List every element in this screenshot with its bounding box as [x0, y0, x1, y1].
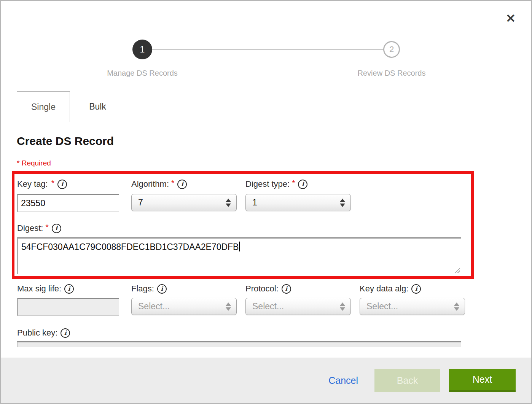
algorithm-select-value: 7 — [138, 197, 143, 208]
stepper-step-2-label: Review DS Records — [331, 69, 452, 78]
digest-label: Digest: * i — [17, 223, 61, 233]
public-key-textarea[interactable] — [17, 341, 461, 347]
close-icon[interactable]: ✕ — [502, 10, 519, 27]
next-button[interactable]: Next — [449, 369, 516, 392]
protocol-select-value: Select... — [252, 301, 284, 312]
max-sig-life-label: Max sig life: i — [17, 284, 74, 294]
protocol-select[interactable]: Select... — [245, 298, 351, 315]
select-arrows-icon — [226, 302, 231, 311]
protocol-label-text: Protocol: — [245, 284, 279, 294]
stepper-step-2-circle: 2 — [383, 41, 400, 58]
key-tag-label: Key tag: * i — [17, 179, 67, 189]
required-asterisk: * — [171, 178, 174, 188]
protocol-label: Protocol: i — [245, 284, 291, 294]
tab-single[interactable]: Single — [17, 91, 70, 122]
key-tag-label-text: Key tag: — [17, 179, 48, 189]
digest-label-text: Digest: — [17, 223, 43, 233]
algorithm-select[interactable]: 7 — [131, 194, 237, 211]
digest-textarea[interactable]: 54FCF030AA1C79C0088FDEC1BD1C37DAA2E70DFB — [17, 237, 461, 274]
key-data-alg-select[interactable]: Select... — [360, 298, 465, 315]
tab-divider — [70, 122, 499, 122]
stepper-step-1-circle: 1 — [132, 40, 152, 59]
create-ds-record-dialog: ✕ 1 2 Manage DS Records Review DS Record… — [0, 0, 532, 404]
flags-select-value: Select... — [138, 301, 170, 312]
stepper-connector-line — [142, 49, 392, 50]
select-arrows-icon — [340, 302, 345, 311]
required-asterisk: * — [51, 178, 54, 188]
algorithm-label: Algorithm: * i — [131, 179, 187, 189]
resize-grip-icon[interactable] — [454, 267, 460, 273]
digest-type-label: Digest type: * i — [245, 179, 307, 189]
algorithm-label-text: Algorithm: — [131, 179, 169, 189]
key-tag-input[interactable] — [17, 194, 119, 212]
info-icon[interactable]: i — [61, 328, 70, 338]
digest-textarea-value: 54FCF030AA1C79C0088FDEC1BD1C37DAA2E70DFB — [21, 242, 239, 252]
info-icon[interactable]: i — [282, 284, 291, 294]
flags-select[interactable]: Select... — [131, 298, 237, 315]
max-sig-life-input[interactable] — [17, 298, 119, 316]
cancel-link[interactable]: Cancel — [328, 375, 358, 386]
key-data-alg-label: Key data alg: i — [360, 284, 421, 294]
max-sig-life-label-text: Max sig life: — [17, 284, 61, 294]
info-icon[interactable]: i — [57, 180, 67, 189]
info-icon[interactable]: i — [177, 180, 187, 189]
public-key-label: Public key: i — [17, 328, 70, 338]
select-arrows-icon — [454, 302, 459, 311]
stepper-step-1-label: Manage DS Records — [81, 69, 203, 78]
text-caret — [239, 242, 240, 251]
digest-type-select-value: 1 — [252, 197, 257, 208]
back-button[interactable]: Back — [374, 369, 440, 392]
public-key-label-text: Public key: — [17, 328, 57, 338]
flags-label: Flags: i — [131, 284, 167, 294]
info-icon[interactable]: i — [157, 284, 167, 294]
info-icon[interactable]: i — [411, 284, 421, 294]
info-icon[interactable]: i — [298, 180, 307, 189]
info-icon[interactable]: i — [52, 224, 61, 233]
digest-type-label-text: Digest type: — [245, 179, 290, 189]
info-icon[interactable]: i — [64, 284, 74, 294]
select-arrows-icon — [226, 199, 231, 207]
digest-type-select[interactable]: 1 — [245, 194, 351, 211]
key-data-alg-select-value: Select... — [366, 301, 398, 312]
page-title: Create DS Record — [17, 135, 114, 148]
tab-bulk[interactable]: Bulk — [70, 91, 125, 122]
required-note: * Required — [17, 159, 51, 167]
select-arrows-icon — [340, 199, 345, 207]
flags-label-text: Flags: — [131, 284, 154, 294]
dialog-footer: Cancel Back Next — [1, 358, 531, 403]
required-asterisk: * — [292, 178, 295, 188]
required-asterisk: * — [45, 223, 48, 232]
key-data-alg-label-text: Key data alg: — [360, 284, 408, 294]
